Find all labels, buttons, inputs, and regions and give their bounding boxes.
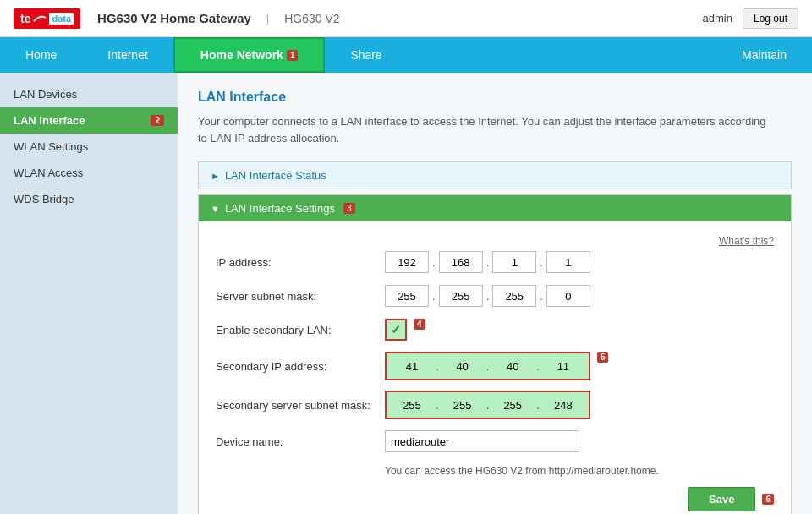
- enable-secondary-lan-controls: ✓ 4: [385, 319, 425, 341]
- enable-secondary-lan-row: Enable secondary LAN: ✓ 4: [216, 318, 774, 342]
- ip-address-label: IP address:: [216, 256, 385, 269]
- ip-address-octet-3[interactable]: [492, 251, 536, 273]
- logo-area: te data HG630 V2 Home Gateway | HG630 V2: [14, 8, 340, 29]
- nav-bar: Home Internet Home Network 1 Share Maint…: [0, 37, 812, 73]
- nav-item-home-network[interactable]: Home Network 1: [173, 37, 326, 73]
- secondary-subnet-octet-3[interactable]: [491, 394, 535, 416]
- secondary-ip-address-row: Secondary IP address: . . . 5: [216, 352, 774, 380]
- subnet-mask-octet-2[interactable]: [439, 285, 483, 307]
- nav-item-home[interactable]: Home: [0, 37, 82, 73]
- settings-badge-3: 3: [343, 203, 355, 214]
- save-button[interactable]: Save: [688, 487, 755, 511]
- status-section-label: LAN Interface Status: [225, 169, 326, 182]
- subnet-mask-octet-3[interactable]: [492, 285, 536, 307]
- sidebar-item-wds-bridge[interactable]: WDS Bridge: [0, 186, 178, 212]
- content-area: LAN Interface Your computer connects to …: [178, 73, 812, 514]
- lan-interface-settings-header[interactable]: ▼ LAN Interface Settings 3: [199, 195, 791, 221]
- server-subnet-mask-row: Server subnet mask: . . .: [216, 284, 774, 308]
- lan-interface-settings-section: ▼ LAN Interface Settings 3 What's this? …: [198, 194, 792, 514]
- logo-te: te: [20, 12, 30, 25]
- server-subnet-mask-controls: . . .: [385, 285, 590, 307]
- nav-item-internet[interactable]: Internet: [82, 37, 173, 73]
- secondary-subnet-group: . . .: [385, 391, 590, 419]
- enable-secondary-lan-label: Enable secondary LAN:: [216, 324, 385, 336]
- settings-arrow-icon: ▼: [211, 204, 220, 214]
- header-title: HG630 V2 Home Gateway: [97, 11, 251, 25]
- server-subnet-mask-label: Server subnet mask:: [216, 290, 385, 303]
- lan-interface-status-header[interactable]: ► LAN Interface Status: [199, 162, 791, 189]
- main-layout: LAN Devices LAN Interface 2 WLAN Setting…: [0, 73, 812, 514]
- settings-section-label: LAN Interface Settings: [225, 202, 335, 215]
- lan-interface-status-section: ► LAN Interface Status: [198, 161, 792, 189]
- sidebar-badge-2: 2: [151, 115, 164, 126]
- ip-address-octet-1[interactable]: [385, 251, 429, 273]
- header-subtitle: HG630 V2: [284, 12, 339, 25]
- secondary-subnet-mask-label: Secondary server subnet mask:: [216, 399, 385, 412]
- secondary-ip-octet-1[interactable]: [390, 355, 434, 377]
- enable-secondary-lan-checkbox[interactable]: ✓: [385, 319, 407, 341]
- access-info: You can access the HG630 V2 from http://…: [385, 463, 672, 478]
- ip-address-octet-4[interactable]: [546, 251, 590, 273]
- device-name-input[interactable]: [385, 430, 579, 452]
- save-row: Save 6: [216, 487, 774, 511]
- ip-address-octet-2[interactable]: [439, 251, 483, 273]
- sidebar-item-lan-interface[interactable]: LAN Interface 2: [0, 107, 178, 134]
- settings-form: What's this? IP address: . . .: [199, 221, 791, 514]
- secondary-ip-address-controls: . . . 5: [385, 352, 608, 380]
- device-name-row: Device name:: [216, 429, 774, 453]
- secondary-subnet-octet-4[interactable]: [541, 394, 585, 416]
- nav-badge-1: 1: [287, 50, 299, 61]
- checkmark-icon: ✓: [391, 323, 401, 336]
- secondary-ip-badge-5: 5: [597, 352, 609, 363]
- secondary-subnet-octet-1[interactable]: [390, 394, 434, 416]
- header-divider: |: [266, 12, 269, 25]
- page-title: LAN Interface: [198, 90, 792, 105]
- secondary-ip-group: . . .: [385, 352, 590, 380]
- sidebar-item-wlan-access[interactable]: WLAN Access: [0, 160, 178, 186]
- logo-icon: te data: [14, 8, 80, 29]
- admin-label: admin: [703, 12, 732, 25]
- enable-secondary-badge-4: 4: [414, 319, 425, 330]
- ip-address-controls: . . .: [385, 251, 590, 273]
- subnet-mask-octet-1[interactable]: [385, 285, 429, 307]
- secondary-ip-address-label: Secondary IP address:: [216, 360, 385, 373]
- status-arrow-icon: ►: [211, 171, 220, 181]
- logo-swoosh: [32, 13, 47, 25]
- nav-item-share[interactable]: Share: [325, 37, 407, 73]
- save-badge-6: 6: [762, 494, 774, 505]
- ip-address-row: IP address: . . .: [216, 250, 774, 274]
- sidebar-item-lan-devices[interactable]: LAN Devices: [0, 81, 178, 107]
- secondary-ip-octet-2[interactable]: [441, 355, 485, 377]
- device-name-label: Device name:: [216, 435, 385, 448]
- logo-data-text: data: [49, 13, 74, 25]
- what-is-this-link[interactable]: What's this?: [216, 232, 774, 250]
- secondary-subnet-octet-2[interactable]: [441, 394, 485, 416]
- header-right: admin Log out: [703, 8, 798, 29]
- nav-item-maintain[interactable]: Maintain: [716, 37, 812, 73]
- secondary-subnet-mask-row: Secondary server subnet mask: . . .: [216, 391, 774, 419]
- secondary-subnet-mask-controls: . . .: [385, 391, 590, 419]
- device-name-controls: [385, 430, 579, 452]
- secondary-ip-octet-3[interactable]: [491, 355, 535, 377]
- page-description: Your computer connects to a LAN interfac…: [198, 113, 773, 146]
- secondary-ip-octet-4[interactable]: [541, 355, 585, 377]
- sidebar-item-wlan-settings[interactable]: WLAN Settings: [0, 134, 178, 160]
- sidebar: LAN Devices LAN Interface 2 WLAN Setting…: [0, 73, 178, 514]
- header: te data HG630 V2 Home Gateway | HG630 V2…: [0, 0, 812, 37]
- logout-button[interactable]: Log out: [743, 8, 798, 29]
- subnet-mask-octet-4[interactable]: [546, 285, 590, 307]
